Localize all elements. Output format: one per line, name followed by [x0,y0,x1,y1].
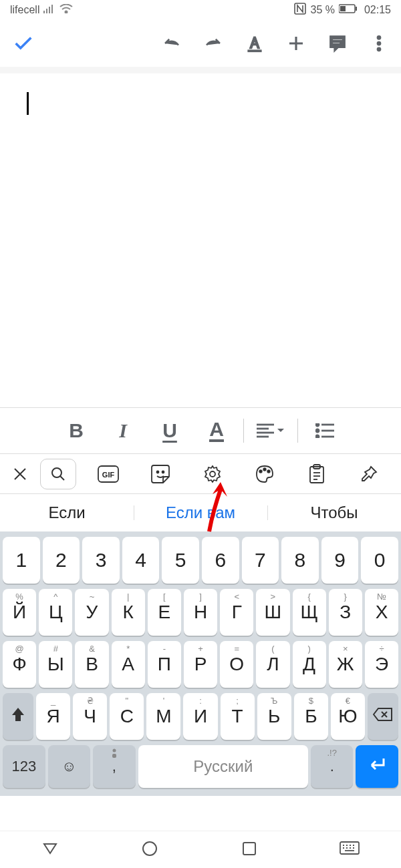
key-Ю[interactable]: €Ю [331,693,365,740]
close-toolbar-button[interactable] [7,459,33,489]
space-key[interactable]: Русский [138,745,308,788]
key-Н[interactable]: ]Н [184,589,217,636]
key-Д[interactable]: )Д [293,641,326,688]
key-Ц[interactable]: ^Ц [39,589,72,636]
svg-point-21 [316,429,319,432]
search-button[interactable] [40,459,76,489]
key-Ь[interactable]: ЪЬ [257,693,291,740]
key-О[interactable]: =О [220,641,253,688]
key-7[interactable]: 7 [242,537,279,584]
suggestion-1[interactable]: Если [0,503,134,522]
battery-percent: 35 % [310,4,334,16]
svg-point-33 [267,470,270,473]
text-format-button[interactable] [245,33,265,53]
key-И[interactable]: :И [183,693,217,740]
key-А[interactable]: *А [112,641,145,688]
svg-text:GIF: GIF [102,471,115,479]
key-Т[interactable]: ;Т [221,693,255,740]
pin-button[interactable] [344,459,394,489]
sticker-button[interactable] [135,459,186,489]
key-К[interactable]: |К [112,589,145,636]
svg-rect-9 [248,50,261,52]
key-Ы[interactable]: #Ы [39,641,72,688]
home-button[interactable] [141,840,158,860]
key-Р[interactable]: +Р [184,641,217,688]
emoji-key[interactable]: ☺ [48,745,91,788]
key-Ч[interactable]: ₴Ч [73,693,107,740]
confirm-button[interactable] [12,32,35,55]
italic-button[interactable]: I [103,419,143,442]
status-bar: lifecell 35 % 02:15 [0,0,401,20]
comma-key[interactable]: , [93,745,136,788]
key-5[interactable]: 5 [162,537,199,584]
underline-button[interactable]: U [150,419,190,442]
shift-key[interactable] [3,693,33,740]
align-button[interactable] [251,423,291,438]
key-В[interactable]: &В [75,641,108,688]
divider [243,419,244,443]
carrier-label: lifecell [10,4,39,16]
key-4[interactable]: 4 [122,537,160,584]
divider [297,419,298,443]
comment-button[interactable] [327,33,348,53]
more-button[interactable] [369,33,389,53]
key-Г[interactable]: <Г [220,589,253,636]
suggestion-2[interactable]: Если вам [134,503,267,522]
document-area [0,67,401,407]
nfc-icon [294,3,306,17]
key-У[interactable]: ~У [75,589,108,636]
svg-point-25 [52,468,61,477]
text-cursor [27,92,29,115]
theme-button[interactable] [239,459,290,489]
recent-button[interactable] [241,841,257,859]
redo-button[interactable] [203,33,223,53]
key-0[interactable]: 0 [361,537,398,584]
key-Л[interactable]: (Л [256,641,289,688]
gif-button[interactable]: GIF [83,459,134,489]
suggestion-bar: Если Если вам Чтобы [0,494,401,531]
undo-button[interactable] [162,33,182,53]
key-С[interactable]: "С [110,693,144,740]
bold-button[interactable]: B [56,419,96,442]
clipboard-button[interactable] [291,459,342,489]
bullet-list-button[interactable] [305,423,345,438]
svg-point-29 [162,471,164,473]
symbols-key[interactable]: 123 [3,745,45,788]
period-key[interactable]: .!?. [311,745,354,788]
key-9[interactable]: 9 [321,537,359,584]
backspace-key[interactable] [368,693,398,740]
clock-label: 02:15 [364,4,391,16]
hide-keyboard-button[interactable] [340,841,360,859]
key-П[interactable]: -П [148,641,181,688]
key-8[interactable]: 8 [281,537,319,584]
insert-button[interactable] [286,33,306,53]
key-Х[interactable]: №Х [365,589,398,636]
key-М[interactable]: 'М [146,693,180,740]
svg-point-19 [316,423,319,426]
app-toolbar [0,20,401,67]
text-color-button[interactable]: A [196,419,237,442]
key-Б[interactable]: $Б [294,693,328,740]
key-6[interactable]: 6 [202,537,239,584]
key-Я[interactable]: _Я [36,693,70,740]
key-З[interactable]: }З [329,589,362,636]
svg-rect-40 [112,754,116,758]
svg-point-32 [263,468,266,471]
svg-rect-3 [51,5,53,13]
key-2[interactable]: 2 [43,537,80,584]
key-Е[interactable]: [Е [148,589,181,636]
back-button[interactable] [41,840,59,860]
key-Й[interactable]: %Й [3,589,36,636]
key-Ш[interactable]: >Ш [256,589,289,636]
key-3[interactable]: 3 [82,537,120,584]
key-Щ[interactable]: {Щ [293,589,326,636]
settings-button[interactable] [187,459,238,489]
key-1[interactable]: 1 [3,537,40,584]
key-Ф[interactable]: @Ф [3,641,36,688]
enter-key[interactable] [356,745,398,788]
document-page[interactable] [0,73,401,407]
svg-point-13 [377,41,381,45]
key-Э[interactable]: ÷Э [365,641,398,688]
key-Ж[interactable]: ×Ж [329,641,362,688]
suggestion-3[interactable]: Чтобы [267,503,401,522]
